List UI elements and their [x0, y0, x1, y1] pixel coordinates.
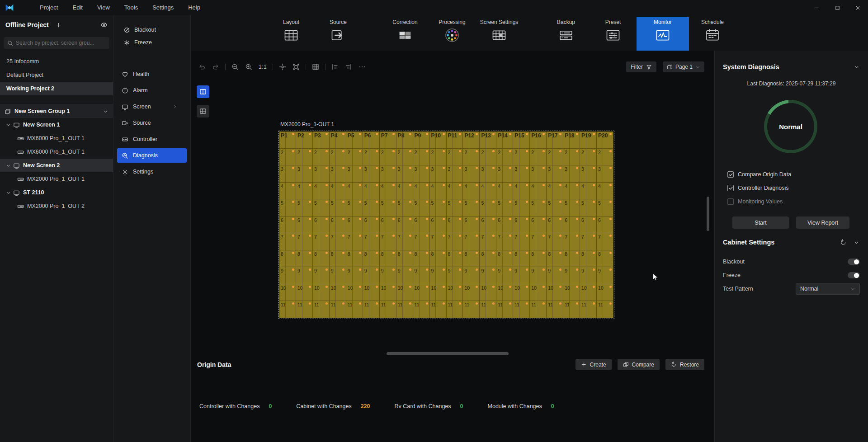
ribbon-tab-backup[interactable]: Backup: [542, 17, 590, 51]
cabinet-cell[interactable]: 9: [496, 267, 513, 284]
cabinet-cell[interactable]: 6: [496, 216, 513, 234]
cabinet-cell[interactable]: 6: [313, 216, 330, 234]
cabinet-port-cell[interactable]: P5: [346, 132, 363, 149]
cabinet-cell[interactable]: 9: [279, 267, 296, 284]
cabinet-cell[interactable]: 6: [363, 216, 380, 234]
cabinet-cell[interactable]: 7: [597, 233, 613, 250]
chevron-down-icon[interactable]: [103, 108, 108, 114]
cabinet-cell[interactable]: 4: [480, 183, 496, 200]
menu-tools[interactable]: Tools: [117, 0, 145, 15]
cabinet-port-cell[interactable]: P14: [496, 132, 513, 149]
cabinet-cell[interactable]: 9: [580, 267, 597, 284]
cabinet-cell[interactable]: 7: [413, 233, 430, 250]
cabinet-port-cell[interactable]: P2: [296, 132, 313, 149]
cabinet-cell[interactable]: 8: [380, 250, 396, 268]
cabinet-cell[interactable]: 7: [330, 233, 346, 250]
cabinet-cell[interactable]: 8: [346, 250, 363, 268]
visibility-eye-icon[interactable]: [100, 21, 108, 28]
cabinet-cell[interactable]: 5: [380, 199, 396, 216]
ribbon-tab-processing[interactable]: Processing: [429, 17, 476, 51]
cabinet-cell[interactable]: 8: [396, 250, 413, 268]
cabinet-cell[interactable]: 8: [330, 250, 346, 268]
cabinet-cell[interactable]: 2: [447, 149, 463, 166]
cabinet-port-cell[interactable]: P17: [547, 132, 563, 149]
undo-icon[interactable]: [198, 63, 206, 71]
page-selector[interactable]: Page 1: [663, 61, 704, 72]
cabinet-cell[interactable]: 4: [363, 183, 380, 200]
cabinet-cell[interactable]: 4: [463, 183, 480, 200]
cabinet-port-cell[interactable]: P6: [363, 132, 380, 149]
cabinet-cell[interactable]: 7: [496, 233, 513, 250]
ribbon-tab-preset[interactable]: Preset: [590, 17, 637, 51]
cabinet-cell[interactable]: 5: [530, 199, 547, 216]
chevron-down-icon[interactable]: [5, 190, 11, 196]
cabinet-cell[interactable]: 6: [597, 216, 613, 234]
cabinet-port-cell[interactable]: P15: [513, 132, 530, 149]
cabinet-cell[interactable]: 4: [496, 183, 513, 200]
cabinet-cell[interactable]: 9: [463, 267, 480, 284]
cabinet-cell[interactable]: 11: [597, 301, 613, 318]
cabinet-cell[interactable]: 10: [396, 284, 413, 301]
cabinet-grid[interactable]: P1P2P3P4P5P6P7P8P9P10P11P12P13P14P15P16P…: [279, 132, 613, 318]
cabinet-cell[interactable]: 2: [430, 149, 447, 166]
cabinet-cell[interactable]: 2: [580, 149, 597, 166]
cabinet-port-cell[interactable]: P8: [396, 132, 413, 149]
cabinet-cell[interactable]: 4: [597, 183, 613, 200]
cabinet-cell[interactable]: 6: [330, 216, 346, 234]
cabinet-cell[interactable]: 8: [530, 250, 547, 268]
cabinet-cell[interactable]: 10: [463, 284, 480, 301]
cabinet-cell[interactable]: 3: [547, 165, 563, 183]
cabinet-cell[interactable]: 10: [313, 284, 330, 301]
filter-button[interactable]: Filter: [626, 61, 656, 72]
cabinet-cell[interactable]: 6: [430, 216, 447, 234]
cabinet-cell[interactable]: 4: [346, 183, 363, 200]
chevron-down-icon[interactable]: [853, 239, 860, 246]
cabinet-cell[interactable]: 10: [330, 284, 346, 301]
cabinet-cell[interactable]: 6: [480, 216, 496, 234]
cabinet-port-cell[interactable]: P18: [563, 132, 580, 149]
cabinet-cell[interactable]: 4: [313, 183, 330, 200]
cabinet-cell[interactable]: 10: [513, 284, 530, 301]
cabinet-cell[interactable]: 3: [463, 165, 480, 183]
cabinet-cell[interactable]: 7: [380, 233, 396, 250]
cabinet-port-cell[interactable]: P4: [330, 132, 346, 149]
cabinet-cell[interactable]: 10: [279, 284, 296, 301]
add-project-icon[interactable]: [55, 22, 62, 28]
project-item-25-infocomm[interactable]: 25 Infocomm: [0, 55, 113, 68]
cabinet-cell[interactable]: 5: [496, 199, 513, 216]
zoom-out-icon[interactable]: [231, 63, 239, 71]
cabinet-cell[interactable]: 2: [346, 149, 363, 166]
cabinet-cell[interactable]: 6: [513, 216, 530, 234]
cabinet-cell[interactable]: 11: [296, 301, 313, 318]
cabinet-cell[interactable]: 3: [580, 165, 597, 183]
cabinet-cell[interactable]: 5: [597, 199, 613, 216]
align-left-icon[interactable]: [331, 63, 339, 71]
cabinet-port-cell[interactable]: P13: [480, 132, 496, 149]
cabinet-cell[interactable]: 11: [513, 301, 530, 318]
monitoring-values-checkbox[interactable]: [727, 198, 734, 205]
cabinet-cell[interactable]: 8: [279, 250, 296, 268]
create-button[interactable]: Create: [576, 359, 612, 370]
cabinet-cell[interactable]: 8: [363, 250, 380, 268]
cabinet-cell[interactable]: 4: [513, 183, 530, 200]
tree-item-mx6000-pro-1-out-1[interactable]: MX6000 Pro_1_OUT 1: [0, 145, 113, 159]
more-icon[interactable]: [359, 63, 366, 71]
cabinet-cell[interactable]: 7: [580, 233, 597, 250]
test-pattern-select[interactable]: Normal: [796, 283, 860, 295]
cabinet-cell[interactable]: 10: [447, 284, 463, 301]
cabinet-cell[interactable]: 7: [530, 233, 547, 250]
cabinet-cell[interactable]: 5: [296, 199, 313, 216]
cabinet-cell[interactable]: 9: [547, 267, 563, 284]
cabinet-cell[interactable]: 11: [396, 301, 413, 318]
cabinet-cell[interactable]: 5: [430, 199, 447, 216]
cabinet-cell[interactable]: 5: [363, 199, 380, 216]
cabinet-port-cell[interactable]: P11: [447, 132, 463, 149]
cabinet-cell[interactable]: 9: [513, 267, 530, 284]
restore-button[interactable]: Restore: [665, 359, 704, 370]
cabinet-cell[interactable]: 2: [330, 149, 346, 166]
cabinet-cell[interactable]: 7: [480, 233, 496, 250]
cabinet-cell[interactable]: 10: [547, 284, 563, 301]
cabinet-cell[interactable]: 6: [279, 216, 296, 234]
split-view-button[interactable]: [197, 85, 209, 98]
cabinet-cell[interactable]: 3: [363, 165, 380, 183]
